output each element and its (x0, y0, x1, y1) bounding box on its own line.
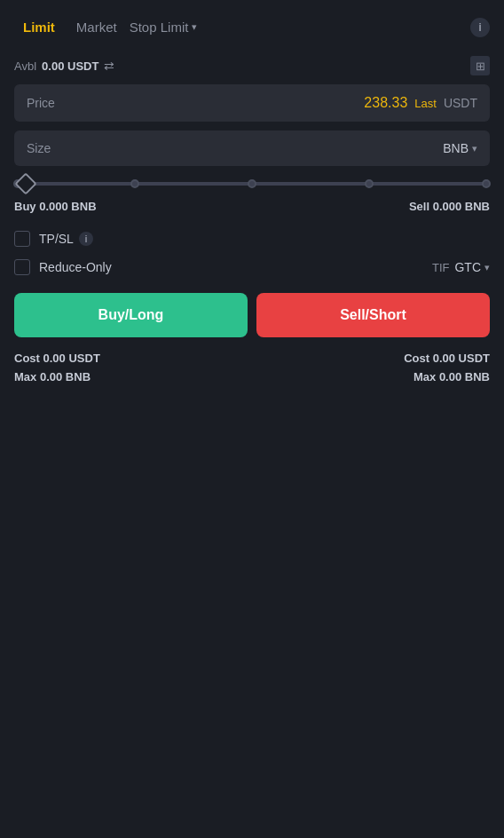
stop-limit-caret-icon: ▾ (192, 21, 197, 33)
buy-sell-amounts-row: Buy 0.000 BNB Sell 0.000 BNB (14, 200, 490, 213)
sell-amount-label: Sell 0.000 BNB (409, 200, 490, 213)
tif-section: TIF GTC ▾ (432, 260, 490, 274)
size-input-group[interactable]: Size BNB ▾ (14, 130, 490, 166)
size-currency-selector[interactable]: BNB ▾ (443, 141, 477, 155)
price-right: 238.33 Last USDT (364, 95, 477, 111)
slider-tick-25 (130, 179, 139, 188)
tab-limit[interactable]: Limit (14, 14, 64, 40)
price-value[interactable]: 238.33 (364, 95, 407, 111)
buy-long-button[interactable]: Buy/Long (14, 293, 248, 337)
slider-tick-100 (482, 179, 491, 188)
cost-left: Cost 0.00 USDT (14, 352, 100, 365)
info-icon[interactable]: i (470, 18, 490, 37)
price-currency: USDT (444, 96, 477, 110)
size-caret-icon: ▾ (472, 143, 477, 154)
tab-market[interactable]: Market (67, 14, 126, 40)
slider-thumb[interactable] (14, 172, 36, 194)
avbl-label: Avbl (14, 59, 36, 73)
swap-icon[interactable]: ⇄ (104, 59, 114, 73)
tab-stop-limit[interactable]: Stop Limit ▾ (130, 20, 198, 35)
tpsl-checkbox[interactable] (14, 231, 30, 247)
cost-max-section: Cost 0.00 USDT Max 0.00 BNB Cost 0.00 US… (14, 352, 490, 383)
price-input-group[interactable]: Price 238.33 Last USDT (14, 84, 490, 122)
slider-track (18, 182, 486, 186)
tab-bar: Limit Market Stop Limit ▾ i (14, 14, 490, 40)
tpsl-label: TP/SL (39, 232, 74, 246)
calculator-icon[interactable]: ⊞ (470, 56, 490, 75)
price-label: Price (27, 96, 55, 110)
options-section: TP/SL i Reduce-Only TIF GTC ▾ (14, 231, 490, 275)
reduce-only-row: Reduce-Only TIF GTC ▾ (14, 259, 490, 275)
stop-limit-label: Stop Limit (130, 20, 189, 35)
tpsl-info-icon[interactable]: i (79, 232, 93, 246)
buy-amount-label: Buy 0.000 BNB (14, 200, 97, 213)
tif-label: TIF (432, 261, 450, 274)
quantity-slider[interactable] (14, 182, 490, 186)
cost-max-left: Cost 0.00 USDT Max 0.00 BNB (14, 352, 100, 383)
max-left: Max 0.00 BNB (14, 370, 100, 383)
available-balance-row: Avbl 0.00 USDT ⇄ ⊞ (14, 56, 490, 75)
info-icon-container: i (470, 18, 490, 37)
avbl-value: 0.00 USDT (42, 59, 98, 73)
sell-short-button[interactable]: Sell/Short (256, 293, 490, 337)
reduce-only-checkbox[interactable] (14, 259, 30, 275)
slider-tick-50 (248, 179, 256, 188)
tif-value-selector[interactable]: GTC ▾ (454, 260, 490, 274)
slider-tick-75 (365, 179, 374, 188)
cost-right: Cost 0.00 USDT (404, 352, 490, 365)
tif-value: GTC (454, 260, 481, 274)
avbl-left: Avbl 0.00 USDT ⇄ (14, 59, 114, 73)
tif-caret-icon: ▾ (484, 262, 490, 273)
reduce-only-label: Reduce-Only (39, 260, 112, 274)
size-label: Size (27, 141, 51, 155)
last-tag: Last (414, 97, 437, 110)
max-right: Max 0.00 BNB (404, 370, 490, 383)
size-currency-value: BNB (443, 141, 469, 155)
tpsl-row: TP/SL i (14, 231, 490, 247)
cost-max-right: Cost 0.00 USDT Max 0.00 BNB (404, 352, 490, 383)
action-buttons: Buy/Long Sell/Short (14, 293, 490, 337)
